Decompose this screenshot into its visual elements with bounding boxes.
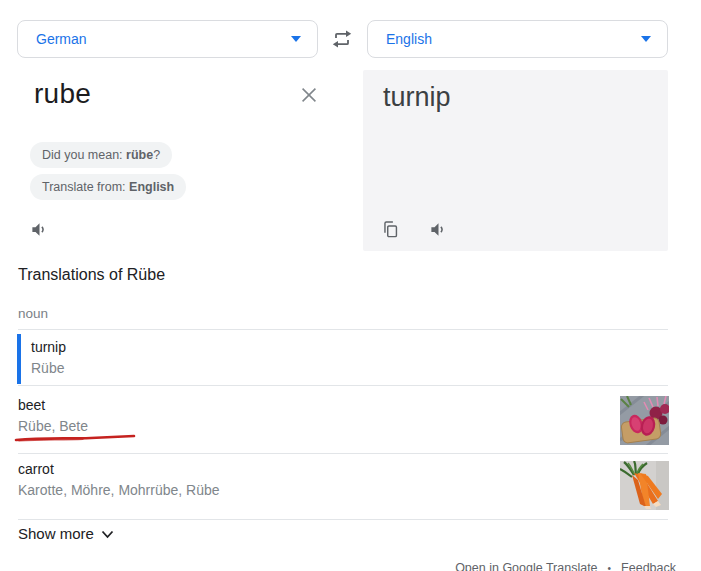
- translation-text: turnip: [383, 82, 451, 113]
- did-you-mean-prefix: Did you mean:: [42, 148, 126, 162]
- entry-word: beet: [18, 397, 88, 413]
- speaker-icon: [30, 220, 49, 239]
- divider: [18, 329, 668, 330]
- chevron-down-icon: [641, 36, 651, 42]
- divider: [18, 453, 668, 454]
- bullet-separator: •: [608, 563, 612, 571]
- part-of-speech-label: noun: [18, 306, 48, 321]
- footer: Open in Google Translate • Feedback: [455, 561, 676, 571]
- did-you-mean-word: rübe: [126, 148, 153, 162]
- copy-icon: [381, 220, 400, 239]
- did-you-mean-suffix: ?: [153, 148, 160, 162]
- open-in-google-translate-link[interactable]: Open in Google Translate: [455, 561, 597, 571]
- listen-source-button[interactable]: [30, 220, 49, 239]
- selected-entry-bar: [17, 334, 21, 384]
- clear-input-button[interactable]: [298, 84, 320, 106]
- show-more-button[interactable]: Show more: [18, 525, 114, 542]
- chevron-down-icon: [291, 36, 301, 42]
- entry-word: turnip: [31, 339, 66, 355]
- translate-from-chip[interactable]: Translate from: English: [30, 174, 186, 200]
- listen-translation-button[interactable]: [429, 220, 448, 239]
- divider: [18, 519, 668, 520]
- translate-from-prefix: Translate from:: [42, 180, 129, 194]
- swap-horizontal-icon: [328, 27, 356, 51]
- source-text[interactable]: rube: [34, 78, 91, 110]
- source-language-label: German: [36, 31, 291, 47]
- target-language-label: English: [386, 31, 641, 47]
- translations-title: Translations of Rübe: [18, 266, 165, 284]
- language-select-target[interactable]: English: [367, 20, 668, 58]
- show-more-label: Show more: [18, 525, 94, 542]
- translation-entry-beet[interactable]: beet Rübe, Bete: [18, 397, 88, 434]
- chevron-down-icon: [101, 530, 114, 539]
- speaker-icon: [429, 220, 448, 239]
- language-select-source[interactable]: German: [17, 20, 318, 58]
- swap-languages-button[interactable]: [328, 27, 356, 51]
- close-icon: [298, 84, 320, 106]
- did-you-mean-chip[interactable]: Did you mean: rübe?: [30, 142, 172, 168]
- entry-reverse-translations: Rübe: [31, 360, 66, 376]
- entry-reverse-translations: Rübe, Bete: [18, 418, 88, 434]
- beets-thumbnail: [620, 396, 669, 445]
- translation-result-panel: turnip: [363, 70, 668, 251]
- copy-translation-button[interactable]: [381, 220, 400, 239]
- divider: [18, 385, 668, 386]
- translation-entry-turnip[interactable]: turnip Rübe: [31, 339, 66, 376]
- translation-entry-carrot[interactable]: carrot Karotte, Möhre, Mohrrübe, Rübe: [18, 461, 220, 498]
- carrots-thumbnail: [620, 461, 669, 510]
- feedback-link[interactable]: Feedback: [621, 561, 676, 571]
- entry-word: carrot: [18, 461, 220, 477]
- entry-reverse-translations: Karotte, Möhre, Mohrrübe, Rübe: [18, 482, 220, 498]
- translate-from-language: English: [129, 180, 174, 194]
